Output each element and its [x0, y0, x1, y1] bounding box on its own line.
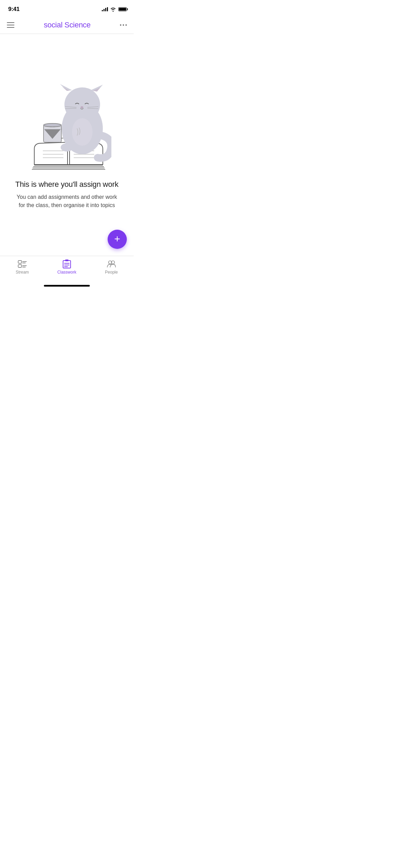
- svg-rect-27: [18, 261, 22, 263]
- tab-people[interactable]: People: [89, 256, 134, 277]
- svg-point-26: [72, 118, 93, 146]
- page-title: social Science: [44, 21, 90, 29]
- more-options-button[interactable]: [119, 23, 128, 27]
- menu-line-3: [7, 27, 14, 28]
- stream-tab-label: Stream: [16, 270, 29, 275]
- svg-point-20: [81, 106, 83, 108]
- empty-state-title: This is where you'll assign work: [15, 180, 118, 189]
- svg-point-15: [64, 87, 100, 122]
- signal-icon: [102, 7, 108, 11]
- menu-button[interactable]: [5, 21, 16, 29]
- status-bar: 9:41: [0, 0, 134, 16]
- svg-point-13: [44, 123, 61, 127]
- battery-icon: [118, 7, 127, 11]
- add-icon: +: [114, 234, 120, 244]
- status-time: 9:41: [8, 6, 20, 13]
- stream-icon: [18, 260, 27, 268]
- cat: [60, 84, 111, 158]
- svg-rect-34: [65, 260, 69, 261]
- header: social Science: [0, 16, 134, 34]
- bottom-nav: Stream Classwork: [0, 256, 134, 284]
- people-tab-label: People: [105, 270, 118, 275]
- home-indicator: [44, 285, 90, 287]
- classwork-tab-label: Classwork: [57, 270, 76, 275]
- menu-line-1: [7, 22, 14, 23]
- people-icon: [107, 260, 116, 268]
- classwork-icon: [62, 260, 71, 268]
- more-dot-2: [123, 24, 124, 26]
- add-button[interactable]: +: [108, 230, 127, 249]
- more-dot-3: [125, 24, 127, 26]
- tab-classwork[interactable]: Classwork: [45, 256, 89, 277]
- status-icons: [102, 7, 127, 12]
- menu-line-2: [7, 25, 14, 25]
- empty-state-illustration: [22, 81, 111, 170]
- more-dot-1: [120, 24, 121, 26]
- tab-stream[interactable]: Stream: [0, 256, 45, 277]
- svg-point-25: [61, 143, 73, 152]
- svg-rect-28: [18, 265, 22, 267]
- empty-state-description: You can add assignments and other work f…: [15, 193, 118, 209]
- wifi-icon: [110, 7, 116, 12]
- main-content: This is where you'll assign work You can…: [0, 34, 134, 256]
